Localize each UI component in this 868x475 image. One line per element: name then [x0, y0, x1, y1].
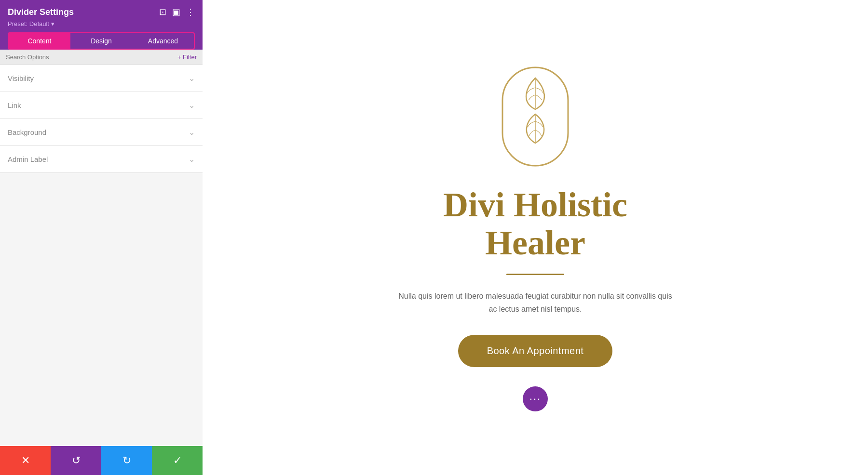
section-admin-label[interactable]: Admin Label ⌄ — [0, 146, 203, 173]
tab-content[interactable]: Content — [9, 33, 70, 49]
subtitle-text: Nulla quis lorem ut libero malesuada feu… — [395, 290, 675, 316]
chevron-down-icon: ⌄ — [189, 101, 195, 110]
screenshot-icon[interactable]: ⊡ — [159, 7, 166, 17]
section-background-label: Background — [8, 128, 46, 136]
tab-design[interactable]: Design — [70, 33, 132, 49]
site-title-line2: Healer — [485, 224, 585, 262]
panel-header: Divider Settings ⊡ ▣ ⋮ Preset: Default ▾… — [0, 0, 203, 50]
panel-title-icons: ⊡ ▣ ⋮ — [159, 7, 195, 17]
redo-button[interactable]: ↻ — [101, 446, 152, 475]
floating-action-button[interactable]: ··· — [523, 386, 548, 411]
tabs-row: Content Design Advanced — [8, 32, 195, 50]
logo-container — [497, 64, 574, 172]
chevron-down-icon: ⌄ — [189, 155, 195, 164]
section-link-label: Link — [8, 101, 21, 109]
preview-panel: Divi Holistic Healer Nulla quis lorem ut… — [203, 0, 868, 475]
save-button[interactable]: ✓ — [152, 446, 203, 475]
page-content: Divi Holistic Healer Nulla quis lorem ut… — [395, 64, 675, 412]
chevron-down-icon: ⌄ — [189, 128, 195, 137]
chevron-down-icon: ⌄ — [189, 74, 195, 83]
tab-advanced[interactable]: Advanced — [132, 33, 194, 49]
divider-line — [506, 274, 564, 275]
section-background[interactable]: Background ⌄ — [0, 119, 203, 146]
search-input[interactable] — [6, 53, 174, 61]
preset-selector[interactable]: Preset: Default ▾ — [8, 20, 195, 27]
bottom-bar: ✕ ↺ ↻ ✓ — [0, 446, 203, 475]
site-title: Divi Holistic Healer — [443, 186, 627, 262]
layout-icon[interactable]: ▣ — [172, 7, 180, 17]
cancel-button[interactable]: ✕ — [0, 446, 51, 475]
section-visibility[interactable]: Visibility ⌄ — [0, 65, 203, 92]
panel-title: Divider Settings — [8, 7, 74, 17]
book-appointment-button[interactable]: Book An Appointment — [458, 335, 613, 367]
settings-panel: Divider Settings ⊡ ▣ ⋮ Preset: Default ▾… — [0, 0, 203, 475]
undo-button[interactable]: ↺ — [51, 446, 101, 475]
site-title-line1: Divi Holistic — [443, 185, 627, 224]
section-admin-label-label: Admin Label — [8, 155, 48, 163]
dots-icon: ··· — [529, 393, 541, 405]
section-visibility-label: Visibility — [8, 74, 34, 82]
section-link[interactable]: Link ⌄ — [0, 92, 203, 119]
logo-svg — [497, 64, 574, 170]
filter-button[interactable]: + Filter — [177, 53, 197, 61]
more-options-icon[interactable]: ⋮ — [186, 7, 195, 17]
search-bar: + Filter — [0, 50, 203, 65]
panel-title-row: Divider Settings ⊡ ▣ ⋮ — [8, 7, 195, 17]
